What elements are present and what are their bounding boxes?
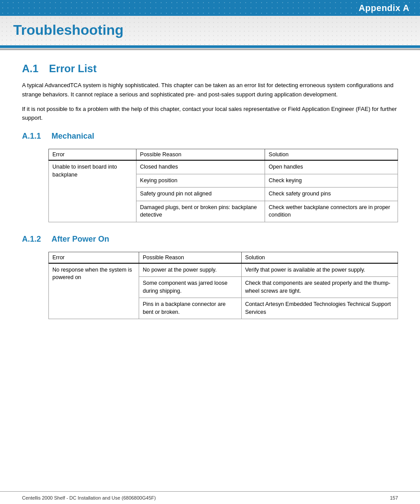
mechanical-table-wrapper: Error Possible Reason Solution Unable to… [48,149,398,222]
section-a1-intro1: A typical AdvancedTCA system is highly s… [22,81,398,99]
dot-pattern-bg [0,0,420,16]
table-row: Unable to insert board into backplane Cl… [49,160,398,174]
section-a12-heading: A.1.2After Power On [22,235,398,244]
mech-error-cell: Unable to insert board into backplane [49,160,136,222]
main-content: A.1Error List A typical AdvancedTCA syst… [0,50,420,349]
section-a12-title: After Power On [52,235,109,243]
power-reason-1: No power at the power supply. [139,263,241,277]
footer-right: 157 [390,495,398,500]
power-col-reason: Possible Reason [139,252,241,263]
section-a11-title: Mechanical [52,132,94,140]
mech-col-reason: Possible Reason [136,149,265,161]
title-section: Troubleshooting [0,16,420,45]
section-a1-intro2: If it is not possible to fix a problem w… [22,105,398,123]
mech-solution-1: Open handles [265,160,398,174]
section-a11-heading: A.1.1Mechanical [22,132,398,141]
power-reason-2: Some component was jarred loose during s… [139,277,241,298]
section-a1-number: A.1 [22,63,38,74]
mechanical-table: Error Possible Reason Solution Unable to… [48,149,398,222]
section-a12: A.1.2After Power On Error Possible Reaso… [22,235,398,320]
mech-col-solution: Solution [265,149,398,161]
mech-solution-4: Check wether backplane connectors are in… [265,201,398,222]
power-col-solution: Solution [241,252,398,263]
section-a11-number: A.1.1 [22,132,41,140]
power-col-error: Error [49,252,139,263]
footer-left: Centellis 2000 Shelf - DC Installation a… [22,495,156,500]
mech-col-error: Error [49,149,136,161]
header-bar: Appendix A [0,0,420,16]
power-reason-3: Pins in a backplane connector are bent o… [139,298,241,319]
mech-reason-4: Damaged plugs, bent or broken pins: back… [136,201,265,222]
section-a1: A.1Error List A typical AdvancedTCA syst… [22,63,398,123]
power-table-wrapper: Error Possible Reason Solution No respon… [48,252,398,320]
table-row: No response when the system is powered o… [49,263,398,277]
section-a12-number: A.1.2 [22,235,41,243]
mech-solution-2: Check keying [265,174,398,188]
mech-reason-2: Keying position [136,174,265,188]
section-a1-title: Error List [49,63,96,74]
power-error-cell: No response when the system is powered o… [49,263,139,319]
power-solution-1: Verify that power is available at the po… [241,263,398,277]
power-table: Error Possible Reason Solution No respon… [48,252,398,320]
mech-reason-1: Closed handles [136,160,265,174]
section-a11: A.1.1Mechanical Error Possible Reason So… [22,132,398,222]
power-solution-2: Check that components are seated properl… [241,277,398,298]
footer: Centellis 2000 Shelf - DC Installation a… [0,491,420,504]
power-solution-3: Contact Artesyn Embedded Technologies Te… [241,298,398,319]
mech-reason-3: Safety ground pin not aligned [136,188,265,201]
mech-solution-3: Check safety ground pins [265,188,398,201]
section-a1-heading: A.1Error List [22,63,398,75]
blue-divider-bar [0,45,420,48]
page-title: Troubleshooting [13,22,407,43]
